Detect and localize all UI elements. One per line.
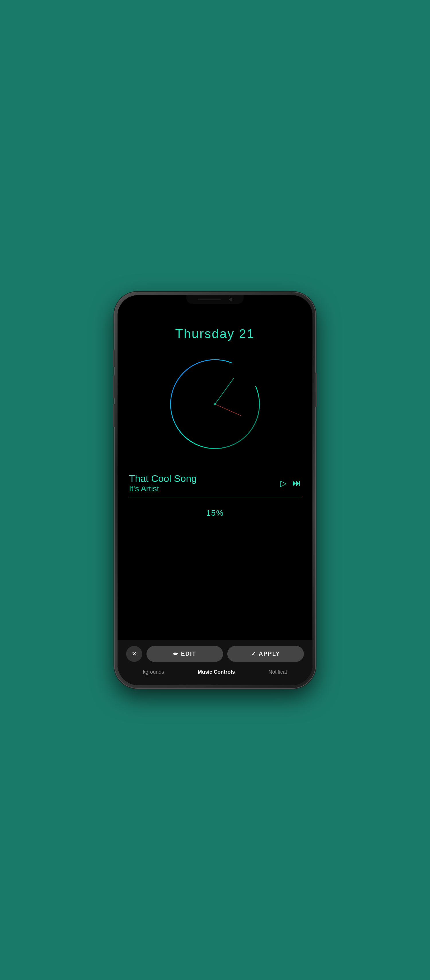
song-title: That Cool Song: [129, 473, 280, 484]
svg-point-3: [214, 403, 216, 405]
phone-screen: Thursday 21: [117, 295, 313, 685]
apply-button[interactable]: ✓ APPLY: [227, 646, 304, 662]
bottom-bar: ✕ ✏ EDIT ✓ APPLY kgrounds Music Controls…: [117, 640, 313, 685]
svg-line-1: [215, 378, 234, 404]
side-button-power[interactable]: [315, 372, 317, 407]
apply-label: APPLY: [259, 651, 280, 657]
clock-container: [163, 353, 267, 456]
music-text: That Cool Song It's Artist: [129, 473, 280, 493]
edit-icon: ✏: [173, 651, 179, 657]
music-info-row: That Cool Song It's Artist ▷ ⏭: [129, 473, 301, 493]
tab-notifications[interactable]: Notificat: [265, 668, 290, 676]
side-button-volume-down[interactable]: [113, 404, 115, 427]
artist-name: It's Artist: [129, 484, 280, 493]
next-button[interactable]: ⏭: [292, 478, 301, 488]
bottom-actions: ✕ ✏ EDIT ✓ APPLY: [126, 646, 304, 662]
tab-music-controls[interactable]: Music Controls: [195, 668, 238, 676]
check-icon: ✓: [251, 651, 257, 657]
phone-frame: Thursday 21: [115, 292, 315, 688]
notch-speaker: [198, 299, 221, 300]
screen-content: Thursday 21: [117, 295, 313, 685]
date-display: Thursday 21: [175, 327, 255, 341]
side-button-mute[interactable]: [113, 350, 115, 367]
svg-line-2: [215, 404, 241, 415]
progress-display: 15%: [206, 509, 224, 518]
notch-camera: [229, 298, 232, 301]
notch: [186, 295, 244, 304]
play-button[interactable]: ▷: [280, 478, 287, 488]
side-button-volume-up[interactable]: [113, 375, 115, 398]
tab-backgrounds[interactable]: kgrounds: [140, 668, 167, 676]
clock-svg: [163, 353, 267, 456]
tab-bar: kgrounds Music Controls Notificat: [126, 668, 304, 676]
music-controls: ▷ ⏭: [280, 478, 301, 488]
close-button[interactable]: ✕: [126, 646, 142, 662]
music-section: That Cool Song It's Artist ▷ ⏭: [117, 473, 313, 497]
edit-label: EDIT: [181, 651, 196, 657]
edit-button[interactable]: ✏ EDIT: [146, 646, 223, 662]
